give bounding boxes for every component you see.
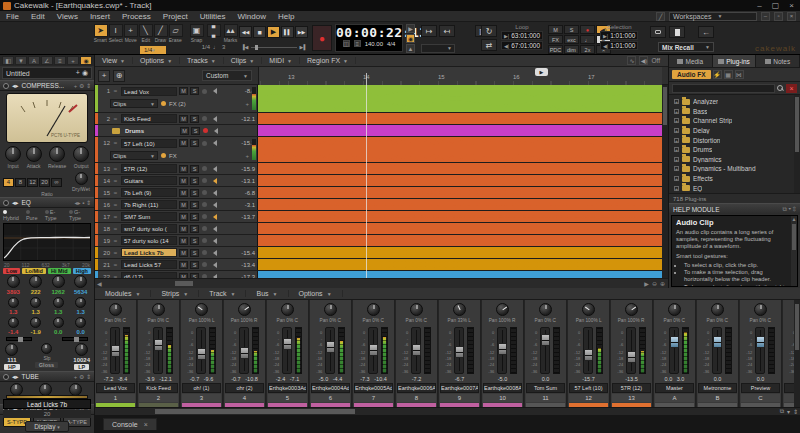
console-menu[interactable]: Strips▼	[151, 290, 199, 297]
menu-item[interactable]: Process	[116, 12, 157, 21]
clear-search-button[interactable]: ×	[786, 84, 797, 93]
eq-q-knob[interactable]: 1.3	[75, 297, 86, 315]
arm-button[interactable]: ◉	[406, 34, 415, 43]
snap-button[interactable]: ▣Snap	[189, 24, 204, 43]
export-file-icon[interactable]	[669, 26, 685, 38]
plugin-folder-item[interactable]: + Delay	[669, 126, 800, 136]
low-shelf-slider[interactable]	[6, 337, 32, 341]
pan-knob[interactable]	[281, 303, 294, 316]
record-arm-icon[interactable]	[202, 262, 207, 267]
track-header[interactable]: 19 ≈ 57 durty solo (14 M S ▼	[95, 235, 258, 246]
audio-clip[interactable]	[258, 211, 662, 222]
pan-knob[interactable]	[539, 303, 552, 316]
track-name[interactable]: Lead Licks 7b	[121, 248, 177, 257]
strip-name[interactable]: Metronome	[698, 383, 737, 393]
track-row[interactable]: ≈ Drums M S ▼ +	[95, 125, 662, 137]
punch-in-button[interactable]: ↦	[421, 25, 437, 37]
fader-cap[interactable]	[670, 336, 679, 348]
eq-band-label[interactable]: High	[73, 268, 91, 274]
metronome-button[interactable]: ▲	[406, 44, 415, 53]
mute-button[interactable]: M	[179, 213, 188, 221]
preset-field[interactable]: Untitled+ ◉	[2, 67, 92, 79]
menu-item[interactable]: Window	[232, 12, 272, 21]
rewind-button[interactable]: ◀◀	[239, 26, 252, 38]
solo-button[interactable]: S	[190, 177, 199, 185]
mix-module-button[interactable]: exc	[564, 35, 579, 44]
track-volume[interactable]: -12.1	[241, 116, 257, 122]
mix-recall-dropdown[interactable]: Mix Recall▼	[658, 42, 714, 52]
eq-freq-knob[interactable]: 3893	[7, 275, 20, 295]
trackview-menu[interactable]: View▼	[95, 57, 133, 64]
mute-button[interactable]: M	[179, 165, 188, 173]
console-strip[interactable]: Pan 100% L 0 - -6 -12 -18 -24 -36 -0.7 -…	[181, 300, 223, 407]
plugin-folder-item[interactable]: + EQ	[669, 183, 800, 193]
track-header[interactable]: 21 ≈ Lead Licks 57 M S -13.4 ▼	[95, 259, 258, 270]
plugin-folder-item[interactable]: + Dynamics	[669, 155, 800, 165]
volume-readout[interactable]: 0.0	[697, 375, 738, 383]
custom-widget-dropdown[interactable]: Custom▼	[202, 70, 252, 81]
input-echo-icon[interactable]	[210, 238, 217, 244]
track-volume[interactable]: -13.1	[241, 178, 257, 184]
tool-button[interactable]: ➤ Smart	[93, 24, 108, 43]
hscroll-thumb[interactable]	[155, 409, 355, 414]
expand-icon[interactable]: +	[674, 128, 679, 133]
expand-icon[interactable]: +	[674, 157, 679, 162]
trackview-menu[interactable]: Clips▼	[224, 57, 263, 64]
volume-readout[interactable]: -13.5	[611, 375, 652, 383]
pc-collapse-icon[interactable]: ▼	[15, 56, 27, 65]
speaker-icon[interactable]: ◀)	[639, 56, 648, 65]
menu-item[interactable]: Edit	[25, 12, 51, 21]
volume-fader[interactable]	[712, 327, 722, 374]
eq-freq-knob[interactable]: 222	[29, 275, 42, 295]
play-marker[interactable]: ▶	[535, 68, 548, 76]
browser-tab[interactable]: Media	[669, 55, 713, 67]
expand-icon[interactable]: +	[674, 138, 679, 143]
help-scrollbar[interactable]: ▲	[791, 216, 797, 286]
clip-lane[interactable]	[258, 175, 662, 186]
track-header[interactable]: 13 ≈ 57R (12) M S -15.9 ▼ +	[95, 163, 258, 174]
track-row[interactable]: 2 ≈ Kick Feed M S -12.1 ▼ +	[95, 113, 662, 125]
tempo-value[interactable]: 140.00	[365, 41, 383, 47]
console-hscrollbar[interactable]	[95, 407, 800, 415]
pan-knob[interactable]	[496, 303, 509, 316]
clip-lane[interactable]	[258, 137, 662, 162]
instrument-icon[interactable]: ▦	[724, 70, 733, 79]
plugin-folder-item[interactable]: + Bass	[669, 107, 800, 117]
power-icon[interactable]	[3, 200, 9, 206]
track-row[interactable]: 16 ≈ 7b Right (11) M S -3.1 ▼	[95, 199, 662, 211]
pause-button[interactable]: ▌▌	[281, 26, 294, 38]
track-header[interactable]: 18 ≈ sm7 durty solo ( M S ▼	[95, 223, 258, 234]
volume-readout[interactable]: -6.7	[439, 375, 480, 383]
track-name[interactable]: Guitars	[121, 176, 177, 185]
mix-module-button[interactable]: ●	[580, 25, 595, 34]
volume-fader[interactable]	[540, 327, 550, 374]
track-header[interactable]: 1 ≈ Lead Vox M S -8.4 Clips▼ FX (2)	[95, 85, 258, 112]
console-strip[interactable]: Pan 0% C 0 - -6 -12 -18 -24 -36 0.0 3.0 …	[654, 300, 696, 407]
ratio-button[interactable]: 4	[3, 178, 14, 187]
eq-mode-radio[interactable]: G-Type	[69, 209, 91, 221]
audio-clip[interactable]	[258, 85, 662, 112]
eq-freq-knob[interactable]: 1262	[51, 275, 64, 295]
plugin-folder-item[interactable]: + Distortion	[669, 135, 800, 145]
input-echo-icon[interactable]	[210, 214, 217, 220]
input-echo-icon[interactable]	[210, 262, 217, 268]
record-arm-icon[interactable]	[202, 89, 207, 94]
loop-set-button[interactable]: ⇄	[481, 39, 497, 51]
mute-button[interactable]: M	[179, 115, 188, 123]
audio-fx-button[interactable]: Audio FX	[672, 70, 711, 79]
minimize-button[interactable]: –	[757, 1, 761, 10]
console-strip[interactable]: Pan 0% C 0 - -6 -12 -18 -24 -36 -5.0 -4.…	[310, 300, 352, 407]
track-row[interactable]: 13 ≈ 57R (12) M S -15.9 ▼ +	[95, 163, 662, 175]
track-row[interactable]: 21 ≈ Lead Licks 57 M S -13.4 ▼	[95, 259, 662, 271]
clip-lane[interactable]	[258, 271, 662, 278]
high-shelf-slider[interactable]	[62, 337, 88, 341]
track-row[interactable]: 22 ≈ d6 (17) M S -17.3 ▼ +	[95, 271, 662, 278]
play-button[interactable]: ▶	[267, 26, 280, 38]
console-menu[interactable]: Modules▼	[95, 290, 151, 297]
fx-label[interactable]: FX	[169, 153, 177, 159]
expand-icon[interactable]: +	[674, 186, 679, 191]
eq-level-knob[interactable]: -1.4	[8, 317, 19, 335]
volume-readout[interactable]: 0.0	[740, 375, 781, 383]
power-icon[interactable]	[3, 83, 9, 89]
volume-fader[interactable]	[110, 327, 120, 374]
